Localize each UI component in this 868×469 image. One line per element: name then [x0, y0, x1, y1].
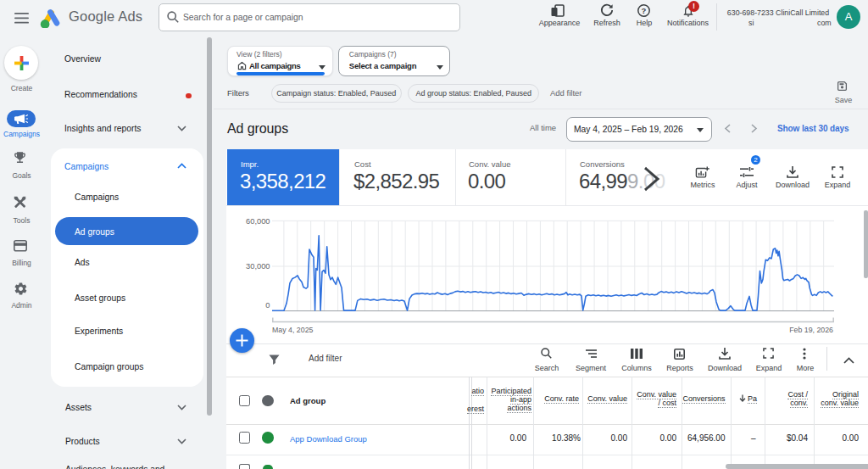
- svg-text:30,000: 30,000: [246, 262, 270, 271]
- svg-text:?: ?: [642, 6, 647, 15]
- svg-text:Feb 19, 2026: Feb 19, 2026: [789, 326, 833, 334]
- svg-text:60,000: 60,000: [246, 217, 270, 226]
- svg-text:May 4, 2025: May 4, 2025: [272, 326, 314, 334]
- svg-text:0: 0: [265, 301, 270, 310]
